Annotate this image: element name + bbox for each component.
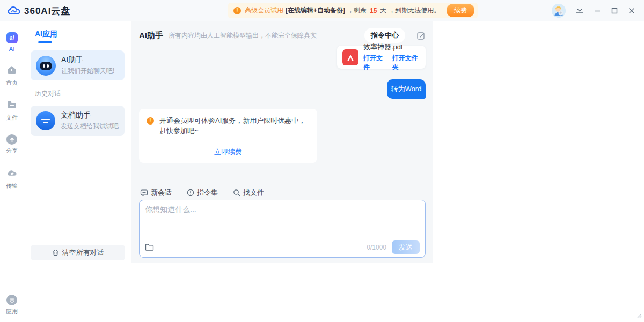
- pdf-icon: [342, 49, 358, 65]
- membership-notice-card: ! 开通会员即可体验AI服务，新用户限时优惠中，赶快参加吧~ 立即续费: [139, 109, 317, 163]
- doc-card-title: 文档助手: [61, 111, 119, 120]
- chat-panel: AI助手 所有内容均由人工智能模型输出，不能完全保障真实 指令中心 效率神器.p…: [131, 21, 433, 263]
- rail-item-apps[interactable]: 应用: [6, 295, 18, 316]
- notice-text: 开通会员即可体验AI服务，新用户限时优惠中，赶快参加吧~: [159, 116, 310, 136]
- trial-label: 高级会员试用: [245, 6, 283, 15]
- titlebar: 360AI云盘 ! 高级会员试用 [在线编辑+自动备份] ，剩余 15 天 ，到…: [0, 0, 644, 21]
- rail-item-files[interactable]: 文件: [6, 99, 18, 122]
- assistant-card[interactable]: AI助手 让我们开始聊天吧!: [31, 50, 125, 80]
- trial-day-word: 天: [380, 6, 386, 15]
- nav-rail: al AI 首页 文件 分享 传输 应用: [0, 21, 24, 322]
- notice-divider: [147, 142, 310, 142]
- warning-icon: !: [233, 7, 241, 14]
- rail-item-transfer[interactable]: 传输: [6, 167, 18, 190]
- rail-item-share[interactable]: 分享: [6, 134, 18, 155]
- command-set-button[interactable]: 指令集: [187, 188, 218, 197]
- chat-header: AI助手 所有内容均由人工智能模型输出，不能完全保障真实 指令中心: [131, 21, 433, 43]
- clear-all-chats-label: 清空所有对话: [62, 248, 104, 258]
- chat-title: AI助手: [139, 31, 163, 41]
- bottom-divider: [24, 308, 644, 308]
- trial-feature: [在线编辑+自动备份]: [286, 6, 345, 15]
- trial-days: 15: [369, 7, 378, 14]
- new-session-icon: [140, 189, 148, 196]
- message-input[interactable]: [145, 205, 420, 240]
- cloud-logo-icon: [8, 6, 20, 16]
- file-name: 效率神器.pdf: [363, 42, 420, 52]
- resize-grip[interactable]: [635, 312, 642, 320]
- clear-all-chats-button[interactable]: 清空所有对话: [31, 245, 125, 260]
- assistant-card-title: AI助手: [61, 55, 114, 65]
- attach-file-icon[interactable]: [145, 243, 154, 251]
- apps-icon: [6, 295, 17, 305]
- rail-item-home[interactable]: 首页: [6, 64, 18, 87]
- find-file-button[interactable]: 找文件: [233, 188, 264, 197]
- close-button[interactable]: [628, 7, 635, 14]
- maximize-button[interactable]: [611, 7, 618, 14]
- download-panel-icon[interactable]: [575, 7, 584, 14]
- renew-now-link[interactable]: 立即续费: [147, 147, 310, 157]
- share-icon: [6, 134, 17, 145]
- notice-warning-icon: !: [147, 117, 154, 125]
- assistant-card-subtitle: 让我们开始聊天吧!: [61, 67, 114, 76]
- trial-remain: ，剩余: [347, 6, 367, 15]
- trial-banner: ! 高级会员试用 [在线编辑+自动备份] ，剩余 15 天 ，到期无法使用。 续…: [228, 3, 478, 18]
- search-icon: [233, 189, 240, 196]
- new-chat-compose-icon[interactable]: [416, 31, 426, 40]
- history-section-label: 历史对话: [35, 89, 125, 98]
- new-session-button[interactable]: 新会话: [140, 188, 172, 197]
- command-center-button[interactable]: 指令中心: [364, 28, 405, 43]
- folder-icon: [6, 99, 17, 112]
- header-divider: [411, 32, 411, 39]
- ai-icon: al: [6, 32, 18, 43]
- section-title-underline: [38, 41, 52, 43]
- char-counter: 0/1000: [367, 244, 386, 251]
- trial-expire: ，到期无法使用。: [389, 6, 440, 15]
- renew-button[interactable]: 续费: [447, 4, 474, 17]
- chat-toolbar: 新会话 指令集 找文件: [140, 188, 264, 197]
- app-logo: 360AI云盘: [0, 5, 70, 17]
- command-set-icon: [187, 189, 194, 196]
- doc-assistant-card[interactable]: 文档助手 发送文档给我试试吧: [31, 106, 125, 136]
- ai-sidebar: AI应用 AI助手 让我们开始聊天吧! 历史对话 文档助手 发送文档给我试试吧 …: [24, 21, 131, 322]
- convert-to-word-button[interactable]: 转为Word: [387, 79, 426, 99]
- minimize-button[interactable]: [594, 7, 601, 14]
- open-folder-link[interactable]: 打开文件夹: [392, 54, 420, 72]
- app-title: 360AI云盘: [24, 5, 70, 17]
- rail-item-ai[interactable]: al AI: [6, 32, 18, 52]
- attached-file-card[interactable]: 效率神器.pdf 打开文件 打开文件夹: [337, 46, 426, 69]
- send-button[interactable]: 发送: [392, 240, 420, 254]
- sidebar-section-title: AI应用: [35, 30, 57, 39]
- robot-icon: [36, 56, 56, 76]
- doc-chat-icon: [36, 111, 55, 130]
- message-input-box: 0/1000 发送: [139, 200, 426, 258]
- doc-card-subtitle: 发送文档给我试试吧: [61, 122, 119, 131]
- home-icon: [6, 64, 17, 77]
- trash-icon: [52, 249, 59, 257]
- transfer-icon: [6, 167, 18, 180]
- open-file-link[interactable]: 打开文件: [363, 54, 386, 72]
- chat-disclaimer: 所有内容均由人工智能模型输出，不能完全保障真实: [169, 31, 317, 40]
- user-avatar[interactable]: [552, 4, 566, 18]
